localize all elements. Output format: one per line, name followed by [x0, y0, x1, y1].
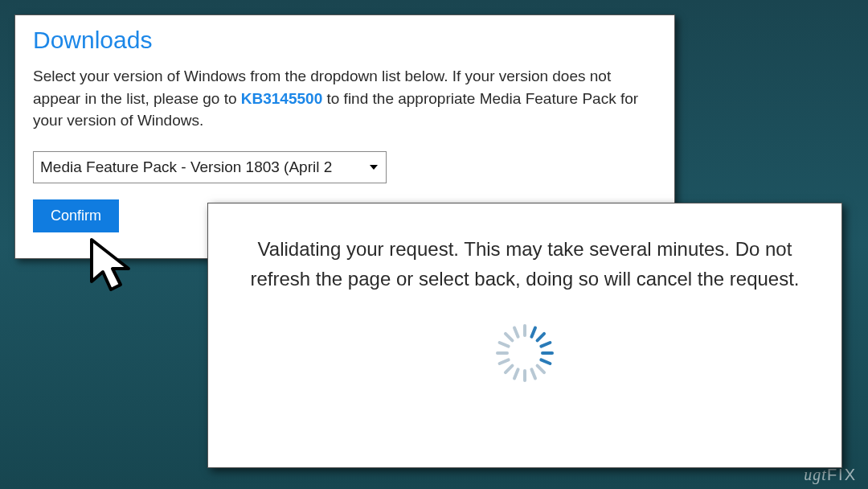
- svg-marker-0: [92, 240, 129, 290]
- loading-spinner-icon: [496, 324, 554, 382]
- cursor-arrow-icon: [87, 236, 143, 304]
- version-select[interactable]: Media Feature Pack - Version 1803 (April…: [33, 151, 387, 183]
- confirm-button[interactable]: Confirm: [33, 199, 119, 232]
- kb-link[interactable]: KB3145500: [241, 90, 322, 107]
- validating-panel: Validating your request. This may take s…: [207, 203, 842, 468]
- watermark-part3: FIX: [827, 466, 857, 483]
- validating-message: Validating your request. This may take s…: [240, 234, 809, 294]
- downloads-description: Select your version of Windows from the …: [33, 65, 657, 132]
- watermark-part1: ug: [804, 466, 821, 483]
- downloads-title: Downloads: [33, 27, 657, 54]
- watermark: ugtFIX: [804, 466, 857, 484]
